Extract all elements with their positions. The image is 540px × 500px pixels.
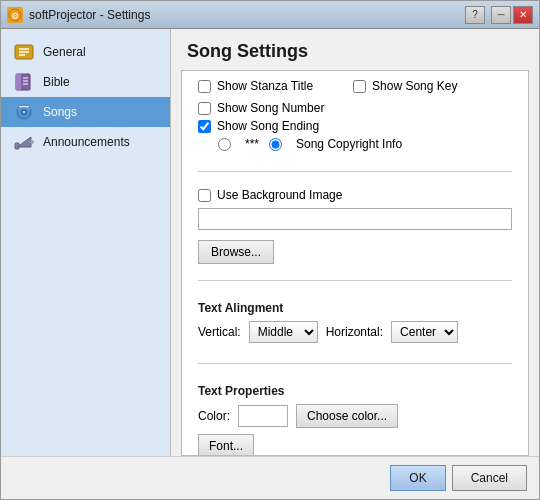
sidebar-item-bible[interactable]: Bible [1,67,170,97]
show-stanza-title-row: Show Stanza Title [198,79,313,93]
show-stanza-title-checkbox[interactable] [198,80,211,93]
alignment-controls-row: Vertical: Middle Top Bottom Horizontal: … [198,321,512,343]
font-button[interactable]: Font... [198,434,254,456]
main-content: General Bible [1,29,539,456]
sidebar-item-announcements[interactable]: Announcements [1,127,170,157]
show-song-key-row: Show Song Key [353,79,457,93]
color-row: Color: Choose color... [198,404,512,428]
radio-copyright-label: Song Copyright Info [296,137,402,151]
sidebar-announcements-label: Announcements [43,135,130,149]
scrollable-area: Show Stanza Title Show Song Key Show Son… [181,70,529,456]
section-text-properties: Text Properties Color: Choose color... F… [198,372,512,456]
svg-rect-15 [15,143,19,149]
announcements-icon [13,133,35,151]
sidebar-general-label: General [43,45,86,59]
title-bar: ⚙ softProjector - Settings ? ─ ✕ [1,1,539,29]
help-button[interactable]: ? [465,6,485,24]
window-title: softProjector - Settings [29,8,465,22]
row-stanza-songkey: Show Stanza Title Show Song Key [198,79,512,97]
text-alignment-label: Text Alingment [198,301,512,315]
show-song-key-label: Show Song Key [372,79,457,93]
color-label: Color: [198,409,230,423]
separator-2 [198,280,512,281]
show-stanza-title-label: Show Stanza Title [217,79,313,93]
svg-point-16 [30,140,34,144]
use-background-checkbox[interactable] [198,189,211,202]
show-song-ending-row: Show Song Ending [198,119,512,133]
panel-title: Song Settings [171,29,539,70]
bottom-bar: OK Cancel [1,456,539,499]
svg-rect-7 [16,74,21,90]
sidebar-songs-label: Songs [43,105,77,119]
horizontal-label: Horizontal: [326,325,383,339]
section-text-alignment: Text Alingment Vertical: Middle Top Bott… [198,289,512,355]
show-song-number-checkbox[interactable] [198,102,211,115]
separator-3 [198,363,512,364]
radio-copyright[interactable] [269,138,282,151]
minimize-button[interactable]: ─ [491,6,511,24]
radio-asterisks[interactable] [218,138,231,151]
title-bar-buttons: ? ─ ✕ [465,6,533,24]
sidebar-item-songs[interactable]: Songs [1,97,170,127]
section-display-options: Show Stanza Title Show Song Key Show Son… [198,71,512,163]
sidebar-item-general[interactable]: General [1,37,170,67]
show-song-number-row: Show Song Number [198,101,512,115]
separator-1 [198,171,512,172]
cancel-button[interactable]: Cancel [452,465,527,491]
close-button[interactable]: ✕ [513,6,533,24]
browse-button[interactable]: Browse... [198,240,274,264]
section-background: Use Background Image Browse... [198,180,512,272]
show-song-number-label: Show Song Number [217,101,324,115]
show-song-key-checkbox[interactable] [353,80,366,93]
text-properties-label: Text Properties [198,384,512,398]
right-panel: Song Settings Show Stanza Title Show Son… [171,29,539,456]
svg-text:⚙: ⚙ [11,11,19,21]
ok-button[interactable]: OK [390,465,445,491]
choose-color-button[interactable]: Choose color... [296,404,398,428]
vertical-label: Vertical: [198,325,241,339]
main-window: ⚙ softProjector - Settings ? ─ ✕ [0,0,540,500]
show-song-ending-checkbox[interactable] [198,120,211,133]
sidebar-bible-label: Bible [43,75,70,89]
vertical-dropdown[interactable]: Middle Top Bottom [249,321,318,343]
use-background-label: Use Background Image [217,188,342,202]
use-background-row: Use Background Image [198,188,512,202]
radio-row: *** Song Copyright Info [218,137,512,151]
show-song-ending-label: Show Song Ending [217,119,319,133]
horizontal-dropdown[interactable]: Center Left Right [391,321,458,343]
background-path-row [198,208,512,230]
radio-asterisks-label: *** [245,137,259,151]
app-icon: ⚙ [7,7,23,23]
bible-icon [13,73,35,91]
background-path-input[interactable] [198,208,512,230]
sidebar: General Bible [1,29,171,456]
songs-icon [13,103,35,121]
general-icon [13,43,35,61]
color-box[interactable] [238,405,288,427]
svg-point-13 [23,111,25,113]
